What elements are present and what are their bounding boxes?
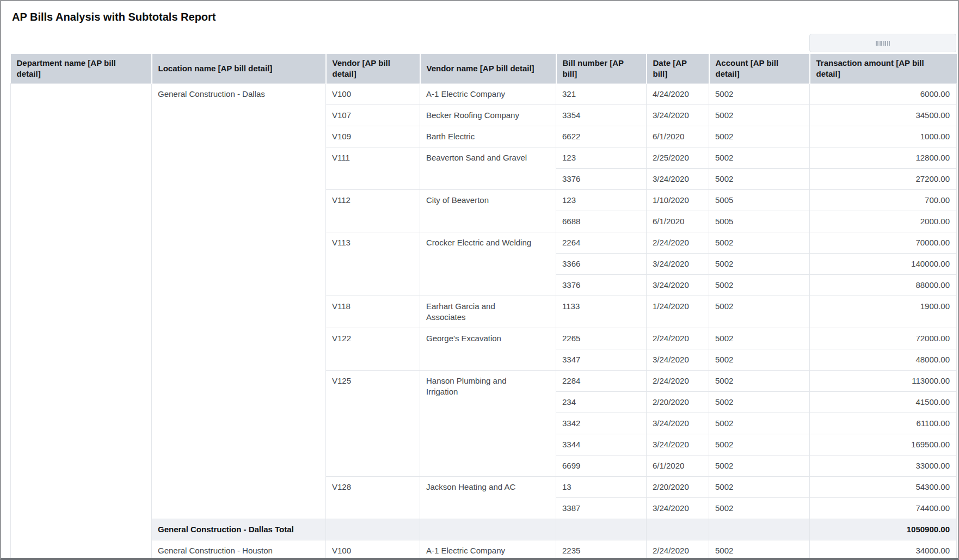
table-body: General Construction - DallasV100A-1 Ele… — [11, 83, 957, 560]
cell-bill_number: 6699 — [556, 455, 647, 476]
cell-account: 5002 — [709, 126, 810, 147]
cell-bill_number: 3387 — [556, 497, 647, 519]
cell-transaction_amount: 1050900.00 — [810, 519, 957, 540]
cell-account: 5002 — [709, 104, 810, 126]
cell-vendor_name: Becker Roofing Company — [420, 104, 556, 126]
cell-account: 5002 — [709, 83, 810, 104]
cell-account: 5002 — [709, 455, 810, 476]
cell-date: 6/1/2020 — [647, 126, 709, 147]
cell-bill_number: 3376 — [556, 168, 647, 189]
cell-date: 2/24/2020 — [647, 370, 709, 391]
cell-vendor_name: Hanson Plumbing and Irrigation — [420, 370, 556, 476]
cell-bill_number: 3354 — [556, 104, 647, 126]
cell-bill_number: 2235 — [556, 540, 647, 560]
cell-date — [647, 519, 709, 540]
cell-account: 5002 — [709, 296, 810, 328]
cell-account — [709, 519, 810, 540]
header-transaction_amount[interactable]: Transaction amount [AP bill detail] — [810, 54, 957, 83]
cell-transaction_amount: 34000.00 — [810, 540, 957, 560]
cell-date: 6/1/2020 — [647, 211, 709, 232]
cell-vendor: V112 — [326, 189, 420, 232]
cell-date: 2/24/2020 — [647, 328, 709, 349]
cell-date: 2/24/2020 — [647, 232, 709, 253]
cell-transaction_amount: 48000.00 — [810, 349, 957, 370]
report-table: Department name [AP bill detail]Location… — [10, 54, 957, 560]
cell-bill_number: 2265 — [556, 328, 647, 349]
cell-date: 3/24/2020 — [647, 434, 709, 455]
cell-date: 3/24/2020 — [647, 349, 709, 370]
cell-date: 2/20/2020 — [647, 476, 709, 497]
cell-department — [11, 83, 152, 560]
header-vendor_name[interactable]: Vendor name [AP bill detail] — [420, 54, 556, 83]
header-department[interactable]: Department name [AP bill detail] — [11, 54, 152, 83]
cell-transaction_amount: 700.00 — [810, 189, 957, 211]
cell-vendor: V109 — [326, 126, 420, 147]
cell-account: 5002 — [709, 328, 810, 349]
cell-bill_number: 123 — [556, 147, 647, 168]
cell-date: 3/24/2020 — [647, 413, 709, 434]
column-drag-handle[interactable] — [809, 34, 956, 52]
cell-vendor_name: A-1 Electric Company — [420, 540, 556, 560]
cell-date: 2/20/2020 — [647, 391, 709, 413]
page-title: AP Bills Analysis with Subtotals Report — [12, 11, 216, 23]
cell-account: 5002 — [709, 370, 810, 391]
table-row: General Construction - DallasV100A-1 Ele… — [11, 83, 957, 104]
header-bill_number[interactable]: Bill number [AP bill] — [556, 54, 647, 83]
cell-date: 4/24/2020 — [647, 83, 709, 104]
cell-transaction_amount: 12800.00 — [810, 147, 957, 168]
header-location[interactable]: Location name [AP bill detail] — [152, 54, 326, 83]
cell-bill_number: 321 — [556, 83, 647, 104]
cell-transaction_amount: 41500.00 — [810, 391, 957, 413]
cell-date: 3/24/2020 — [647, 253, 709, 274]
cell-bill_number: 1133 — [556, 296, 647, 328]
cell-vendor_name — [420, 519, 556, 540]
cell-account: 5002 — [709, 232, 810, 253]
cell-transaction_amount: 74400.00 — [810, 497, 957, 519]
cell-vendor: V113 — [326, 232, 420, 296]
cell-bill_number: 234 — [556, 391, 647, 413]
cell-account: 5002 — [709, 274, 810, 296]
cell-bill_number: 2284 — [556, 370, 647, 391]
cell-account: 5002 — [709, 540, 810, 560]
cell-vendor: V100 — [326, 83, 420, 104]
cell-location: General Construction - Houston — [152, 540, 326, 560]
cell-account: 5002 — [709, 253, 810, 274]
cell-account: 5005 — [709, 211, 810, 232]
cell-transaction_amount: 88000.00 — [810, 274, 957, 296]
cell-vendor_name: Jackson Heating and AC — [420, 476, 556, 519]
cell-account: 5002 — [709, 391, 810, 413]
header-account[interactable]: Account [AP bill detail] — [709, 54, 810, 83]
cell-transaction_amount: 1000.00 — [810, 126, 957, 147]
header-vendor[interactable]: Vendor [AP bill detail] — [326, 54, 420, 83]
cell-bill_number: 3342 — [556, 413, 647, 434]
cell-transaction_amount: 61100.00 — [810, 413, 957, 434]
table-header-row: Department name [AP bill detail]Location… — [11, 54, 957, 83]
subtotal-row: General Construction - Dallas Total10509… — [11, 519, 957, 540]
cell-account: 5002 — [709, 413, 810, 434]
cell-account: 5005 — [709, 189, 810, 211]
cell-date: 1/24/2020 — [647, 296, 709, 328]
cell-vendor: V122 — [326, 328, 420, 370]
cell-date: 3/24/2020 — [647, 104, 709, 126]
cell-transaction_amount: 72000.00 — [810, 328, 957, 349]
cell-vendor_name: Beaverton Sand and Gravel — [420, 147, 556, 189]
cell-bill_number: 123 — [556, 189, 647, 211]
table-row: General Construction - HoustonV100A-1 El… — [11, 540, 957, 560]
cell-transaction_amount: 70000.00 — [810, 232, 957, 253]
header-date[interactable]: Date [AP bill] — [647, 54, 709, 83]
cell-vendor_name: City of Beaverton — [420, 189, 556, 232]
cell-vendor_name: Crocker Electric and Welding — [420, 232, 556, 296]
cell-vendor: V118 — [326, 296, 420, 328]
cell-vendor: V111 — [326, 147, 420, 189]
cell-transaction_amount: 140000.00 — [810, 253, 957, 274]
cell-date: 2/25/2020 — [647, 147, 709, 168]
cell-transaction_amount: 34500.00 — [810, 104, 957, 126]
cell-vendor: V107 — [326, 104, 420, 126]
cell-date: 2/24/2020 — [647, 540, 709, 560]
cell-date: 3/24/2020 — [647, 497, 709, 519]
cell-vendor: V125 — [326, 370, 420, 476]
cell-account: 5002 — [709, 147, 810, 168]
cell-bill_number: 3347 — [556, 349, 647, 370]
cell-transaction_amount: 54300.00 — [810, 476, 957, 497]
cell-date: 3/24/2020 — [647, 274, 709, 296]
